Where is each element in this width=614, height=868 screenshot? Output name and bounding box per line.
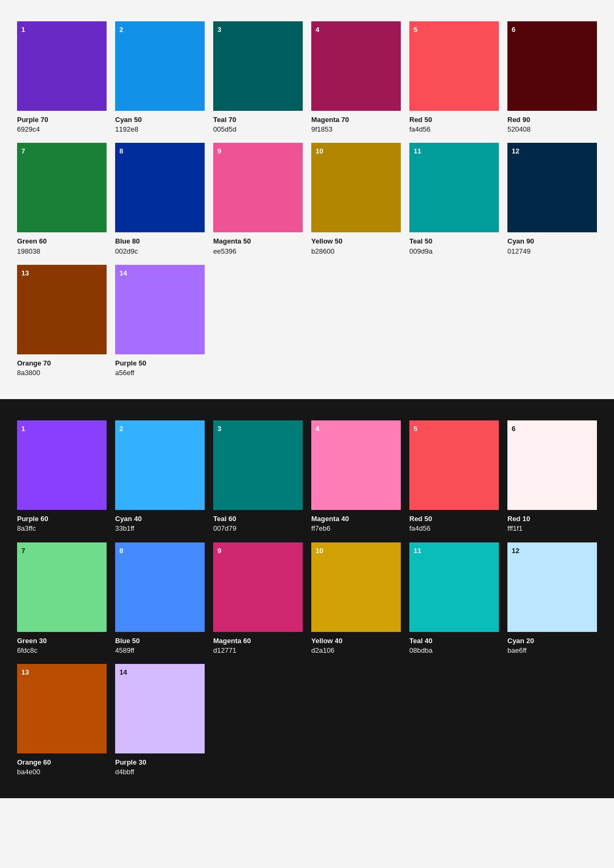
color-item-4: 4 Magenta 70 9f1853: [307, 17, 405, 139]
color-hex: 6929c4: [17, 125, 107, 134]
color-name: Cyan 50: [115, 115, 205, 125]
color-swatch: 3: [213, 21, 303, 111]
color-item-12: 12 Cyan 90 012749: [503, 139, 601, 260]
color-item-11: 11 Teal 40 08bdba: [405, 538, 503, 660]
swatch-number: 13: [21, 668, 29, 676]
swatch-number: 4: [316, 425, 319, 433]
color-name: Purple 70: [17, 115, 107, 125]
color-hex: 005d5d: [213, 125, 303, 134]
color-item-13: 13 Orange 60 ba4e00: [13, 660, 111, 781]
color-swatch: 11: [409, 542, 499, 632]
color-hex: d12771: [213, 646, 303, 655]
color-name: Green 60: [17, 237, 107, 246]
swatch-number: 1: [21, 26, 25, 34]
color-name: Blue 80: [115, 237, 205, 246]
color-hex: 1192e8: [115, 125, 205, 134]
color-item-4: 4 Magenta 40 ff7eb6: [307, 416, 405, 538]
color-hex: fff1f1: [507, 524, 597, 533]
color-name: Yellow 50: [311, 237, 401, 246]
color-item-5: 5 Red 50 fa4d56: [405, 17, 503, 139]
color-swatch: 2: [115, 420, 205, 510]
color-item-10: 10 Yellow 50 b28600: [307, 139, 405, 260]
color-hex: bae6ff: [507, 646, 597, 655]
color-item-12: 12 Cyan 20 bae6ff: [503, 538, 601, 660]
swatch-number: 6: [512, 26, 515, 34]
color-item-9: 9 Magenta 60 d12771: [209, 538, 307, 660]
color-swatch: 14: [115, 265, 205, 354]
color-item-13: 13 Orange 70 8a3800: [13, 261, 111, 382]
color-swatch: 13: [17, 664, 107, 753]
color-swatch: 6: [507, 420, 597, 510]
color-swatch: 7: [17, 143, 107, 232]
color-name: Magenta 40: [311, 514, 401, 524]
swatch-number: 14: [119, 269, 127, 277]
color-swatch: 2: [115, 21, 205, 111]
color-swatch: 8: [115, 143, 205, 232]
swatch-number: 1: [21, 425, 25, 433]
color-swatch: 13: [17, 265, 107, 354]
color-hex: ba4e00: [17, 767, 107, 777]
color-hex: 6fdc8c: [17, 646, 107, 655]
swatch-number: 3: [217, 425, 221, 433]
color-hex: 012749: [507, 247, 597, 256]
color-name: Teal 70: [213, 115, 303, 125]
color-item-8: 8 Blue 80 002d9c: [111, 139, 209, 260]
color-hex: a56eff: [115, 368, 205, 378]
color-name: Red 50: [409, 514, 499, 524]
swatch-number: 9: [217, 147, 221, 155]
color-item-14: 14 Purple 50 a56eff: [111, 261, 209, 382]
color-name: Teal 60: [213, 514, 303, 524]
color-name: Cyan 20: [507, 636, 597, 646]
color-name: Teal 40: [409, 636, 499, 646]
color-hex: b28600: [311, 247, 401, 256]
dark-section: 1 Purple 60 8a3ffc 2 Cyan 40 33b1ff 3 Te…: [0, 399, 614, 798]
color-hex: 002d9c: [115, 247, 205, 256]
swatch-number: 7: [21, 147, 25, 155]
color-name: Purple 30: [115, 758, 205, 767]
color-item-5: 5 Red 50 fa4d56: [405, 416, 503, 538]
color-hex: 198038: [17, 247, 107, 256]
color-swatch: 10: [311, 143, 401, 232]
color-swatch: 9: [213, 542, 303, 632]
color-hex: d4bbff: [115, 767, 205, 777]
color-swatch: 12: [507, 542, 597, 632]
color-swatch: 14: [115, 664, 205, 753]
swatch-number: 8: [119, 547, 123, 555]
color-swatch: 9: [213, 143, 303, 232]
color-item-3: 3 Teal 60 007d79: [209, 416, 307, 538]
swatch-number: 8: [119, 147, 123, 155]
color-item-14: 14 Purple 30 d4bbff: [111, 660, 209, 781]
color-hex: fa4d56: [409, 125, 499, 134]
swatch-number: 10: [316, 147, 323, 155]
swatch-number: 6: [512, 425, 515, 433]
color-swatch: 4: [311, 420, 401, 510]
color-name: Cyan 40: [115, 514, 205, 524]
color-hex: 8a3ffc: [17, 524, 107, 533]
color-swatch: 1: [17, 21, 107, 111]
color-hex: d2a106: [311, 646, 401, 655]
swatch-number: 11: [414, 147, 421, 155]
color-name: Red 50: [409, 115, 499, 125]
color-name: Purple 50: [115, 359, 205, 368]
swatch-number: 5: [414, 425, 417, 433]
color-name: Red 10: [507, 514, 597, 524]
color-swatch: 3: [213, 420, 303, 510]
color-item-7: 7 Green 60 198038: [13, 139, 111, 260]
color-swatch: 4: [311, 21, 401, 111]
color-name: Orange 60: [17, 758, 107, 767]
color-item-10: 10 Yellow 40 d2a106: [307, 538, 405, 660]
color-hex: ff7eb6: [311, 524, 401, 533]
swatch-number: 12: [512, 147, 519, 155]
light-section: 1 Purple 70 6929c4 2 Cyan 50 1192e8 3 Te…: [0, 0, 614, 399]
color-swatch: 12: [507, 143, 597, 232]
color-item-1: 1 Purple 70 6929c4: [13, 17, 111, 139]
color-swatch: 1: [17, 420, 107, 510]
color-item-9: 9 Magenta 50 ee5396: [209, 139, 307, 260]
color-name: Teal 50: [409, 237, 499, 246]
color-swatch: 8: [115, 542, 205, 632]
color-name: Magenta 70: [311, 115, 401, 125]
color-swatch: 6: [507, 21, 597, 111]
color-name: Green 30: [17, 636, 107, 646]
swatch-number: 3: [217, 26, 221, 34]
color-swatch: 5: [409, 420, 499, 510]
